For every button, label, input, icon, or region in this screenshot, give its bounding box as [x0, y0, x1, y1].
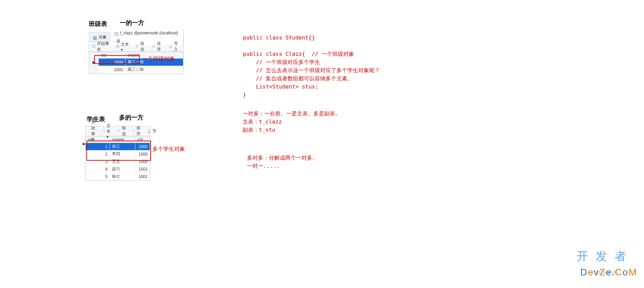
code-line: // 一个班级对应多个学生 — [243, 59, 320, 65]
db-window-clazz: 对象 t_clazz @powernode (localhost) - 表 开始… — [89, 32, 184, 74]
tx-icon — [88, 129, 90, 133]
watermark-kaifazhe: 开发者 — [577, 249, 634, 264]
code-line: // 怎么去表示这一个班级对应了多个学生对象呢？ — [243, 67, 380, 74]
table-row[interactable]: 5 钱七 1001 — [86, 173, 150, 180]
note-line: 一对多：一在前。一是主表。多是副表。 — [243, 110, 341, 117]
btn-import[interactable]: 导 — [145, 128, 158, 134]
watermark-devze: DevZe.CoM — [580, 267, 637, 278]
table-icon — [114, 31, 119, 36]
cell: 1000 — [135, 158, 150, 165]
code-line: List<Student> stus; — [243, 83, 318, 90]
note-line: 多对多：分解成两个一对多。 — [247, 155, 318, 161]
btn-import[interactable]: 导入 — [167, 41, 182, 52]
btn-label: 开始事务 — [97, 41, 111, 52]
svg-rect-6 — [88, 131, 90, 132]
btn-label: 导入 — [174, 41, 181, 52]
tab-objects[interactable]: 对象 — [89, 33, 111, 41]
annot-many-students: 多个学生对象 — [152, 146, 185, 153]
code-line: public class Student{} — [243, 34, 315, 41]
import-icon — [169, 44, 173, 49]
text-icon — [116, 44, 120, 49]
col-cid[interactable]: cid — [99, 52, 126, 59]
svg-rect-0 — [94, 36, 97, 39]
btn-label: 筛选 — [140, 41, 147, 52]
cell: 3 — [86, 158, 110, 165]
col-sname[interactable]: sname — [110, 137, 135, 143]
notes-many-to-many: 多对多：分解成两个一对多。 一对一..... — [247, 146, 318, 170]
code-block: public class Student{} public class Claz… — [243, 26, 380, 99]
db-window-student: 开始事务 文本 ▾ 筛选 排序 导 sid sname cid 1 张三 — [85, 126, 150, 181]
db-toolbar: 开始事务 文本 ▾ 筛选 排序 导 — [85, 126, 150, 136]
cell: 5 — [86, 173, 110, 180]
row-pointer-icon: ▶ — [83, 142, 85, 146]
heading-class-table: 班级表 — [89, 20, 107, 28]
btn-text[interactable]: 文本 ▾ — [101, 123, 114, 139]
btn-label: 筛选 — [122, 125, 127, 137]
note-line: 一对一..... — [247, 163, 280, 169]
btn-sort[interactable]: 排序 — [131, 125, 143, 137]
cell: 李四 — [110, 150, 135, 158]
text-icon — [103, 129, 105, 133]
cell: 1000 — [99, 59, 126, 66]
cell: 1000 — [135, 150, 150, 158]
table-row[interactable]: 1 张三 1000 — [86, 143, 150, 150]
db-toolbar: 开始事务 文本 ▾ 筛选 排序 导入 — [89, 42, 183, 52]
btn-filter[interactable]: 筛选 — [134, 41, 148, 52]
note-line: 副表：t_stu — [243, 127, 275, 133]
cell: 王五 — [110, 158, 135, 165]
btn-begin-tx[interactable]: 开始事务 — [90, 41, 112, 52]
cell: 1000 — [135, 143, 150, 150]
btn-label: 导 — [152, 128, 156, 134]
table-row[interactable]: 3 王五 1000 — [86, 158, 150, 165]
btn-text[interactable]: 文本 ▾ — [114, 42, 132, 52]
filter-icon — [117, 129, 121, 133]
btn-label: 文本 ▾ — [121, 42, 130, 52]
code-line: public class Clazz{ // 一个班级对象 — [243, 51, 354, 57]
cell: 张三 — [110, 143, 135, 150]
sort-icon — [132, 129, 135, 133]
table-row[interactable]: 2 李四 1000 — [86, 150, 150, 158]
table-clazz: cid cname ▶ 1000 高三一班 1001 高三二班 — [89, 52, 183, 74]
annot-one-class: 一个班级对象 — [142, 55, 175, 63]
import-icon — [147, 129, 151, 133]
tx-icon — [92, 44, 96, 49]
cell: 1 — [86, 143, 110, 150]
btn-label: 文本 ▾ — [106, 123, 113, 139]
btn-sort[interactable]: 排序 — [150, 41, 165, 52]
cell: 1001 — [99, 66, 126, 74]
btn-label: 排序 — [157, 41, 164, 52]
table-row[interactable]: 1001 高三二班 — [89, 66, 183, 74]
btn-filter[interactable]: 筛选 — [116, 125, 129, 137]
table-student: sid sname cid 1 张三 1000 2 李四 1000 3 王五 1… — [85, 136, 150, 180]
cell: 1001 — [135, 165, 150, 173]
sort-icon — [152, 44, 156, 49]
note-line: 主表：t_clazz — [243, 118, 282, 125]
cell: 钱七 — [110, 173, 135, 180]
col-cid[interactable]: cid — [135, 137, 150, 143]
svg-rect-7 — [103, 130, 105, 132]
notes-one-to-many: 一对多：一在前。一是主表。多是副表。 主表：t_clazz 副表：t_stu — [243, 101, 341, 134]
filter-icon — [135, 44, 139, 49]
heading-many-side: 多的一方 — [119, 113, 144, 122]
btn-label: 排序 — [136, 125, 142, 137]
cube-icon — [93, 35, 97, 40]
code-line: // 集合或者数组都可以容纳多个元素。 — [243, 75, 353, 82]
cell: 高三二班 — [126, 66, 183, 74]
cell: 赵六 — [110, 165, 135, 173]
cell: 4 — [86, 165, 110, 173]
cell: 1001 — [135, 173, 150, 180]
code-line: } — [243, 92, 246, 98]
table-row[interactable]: 4 赵六 1001 — [86, 165, 150, 173]
tab-label: 对象 — [99, 35, 107, 39]
db-tabs: 对象 t_clazz @powernode (localhost) - 表 — [89, 33, 183, 42]
cell: 2 — [86, 150, 110, 158]
heading-one-side: 一的一方 — [120, 19, 144, 27]
